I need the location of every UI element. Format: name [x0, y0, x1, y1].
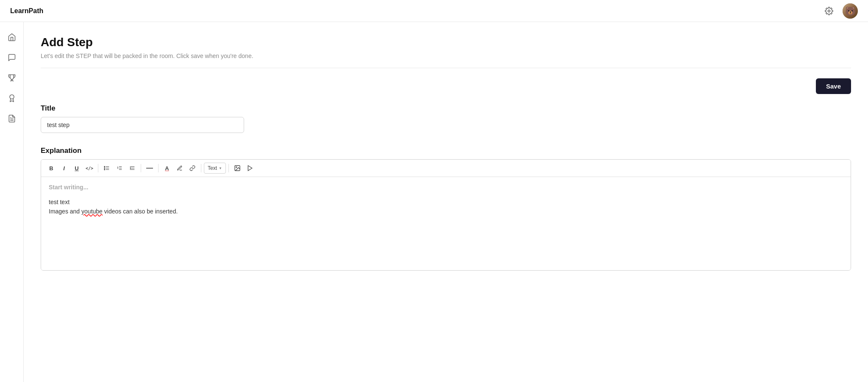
indent-icon: [129, 165, 135, 171]
bold-icon: B: [49, 165, 53, 172]
horizontal-rule-button[interactable]: —: [144, 162, 156, 174]
title-label: Title: [41, 104, 851, 113]
topnav: LearnPath: [0, 0, 868, 22]
settings-icon: [825, 7, 833, 15]
text-color-icon: A: [165, 165, 169, 172]
editor-content-line-2: Images and youtube videos can also be in…: [49, 207, 843, 216]
svg-point-18: [236, 167, 237, 168]
app-logo: LearnPath: [10, 7, 43, 15]
ordered-list-button[interactable]: [114, 162, 125, 174]
sidebar-item-home[interactable]: [3, 29, 20, 46]
editor-container: B I U </>: [41, 159, 851, 271]
editor-content-line2-suffix: videos can also be inserted.: [103, 208, 178, 215]
insert-image-button[interactable]: [231, 162, 243, 174]
page-subtitle: Let's edit the STEP that will be packed …: [41, 53, 851, 59]
highlight-icon: [177, 165, 183, 171]
toolbar-divider-5: [228, 164, 229, 172]
sidebar-item-chat[interactable]: [3, 49, 20, 66]
text-style-label: Text: [208, 165, 217, 171]
save-button[interactable]: Save: [816, 78, 851, 94]
ordered-list-icon: [117, 165, 122, 171]
link-icon: [189, 165, 195, 171]
svg-point-9: [104, 168, 105, 169]
main-content: Add Step Let's edit the STEP that will b…: [24, 22, 868, 382]
toolbar-divider-2: [141, 164, 141, 172]
code-icon: </>: [86, 166, 93, 171]
chat-icon: [8, 53, 16, 62]
trophy-icon: [8, 74, 16, 82]
code-button[interactable]: </>: [83, 162, 95, 174]
save-btn-container: Save: [41, 78, 851, 94]
editor-placeholder: Start writing...: [49, 184, 843, 191]
insert-image-icon: [234, 165, 241, 172]
toolbar-divider-3: [158, 164, 159, 172]
text-color-button[interactable]: A: [161, 162, 173, 174]
link-button[interactable]: [186, 162, 198, 174]
text-style-dropdown[interactable]: Text ▼: [204, 163, 226, 174]
svg-point-0: [828, 10, 830, 12]
page-header: Add Step Let's edit the STEP that will b…: [41, 36, 851, 68]
svg-marker-19: [248, 166, 252, 171]
topnav-right: [822, 3, 858, 19]
svg-point-2: [10, 95, 14, 99]
editor-content-line2-highlight: youtube: [81, 208, 103, 215]
svg-point-10: [104, 169, 105, 170]
underline-icon: U: [75, 165, 78, 172]
home-icon: [8, 33, 16, 42]
svg-point-8: [104, 166, 105, 167]
highlight-button[interactable]: [174, 162, 186, 174]
settings-icon-button[interactable]: [822, 4, 836, 18]
sidebar-item-document[interactable]: [3, 110, 20, 127]
title-section: Title: [41, 104, 851, 133]
page-title: Add Step: [41, 36, 851, 49]
indent-button[interactable]: [126, 162, 138, 174]
italic-button[interactable]: I: [58, 162, 70, 174]
italic-icon: I: [63, 165, 65, 172]
editor-content-line2-prefix: Images and: [49, 208, 81, 215]
toolbar-divider-1: [98, 164, 98, 172]
sidebar: [0, 22, 24, 382]
title-input[interactable]: [41, 117, 244, 133]
horizontal-rule-icon: —: [146, 164, 153, 172]
insert-video-button[interactable]: [244, 162, 256, 174]
editor-body[interactable]: Start writing... test text Images and yo…: [41, 177, 851, 270]
insert-video-icon: [247, 165, 253, 172]
explanation-label: Explanation: [41, 147, 851, 155]
bullet-list-button[interactable]: [101, 162, 113, 174]
sidebar-item-badge[interactable]: [3, 90, 20, 107]
bullet-list-icon: [104, 165, 110, 171]
content-area: Save Title Explanation B I: [41, 78, 851, 271]
explanation-section: Explanation B I U </: [41, 147, 851, 271]
avatar-image: [843, 3, 858, 19]
toolbar-divider-4: [201, 164, 201, 172]
underline-button[interactable]: U: [71, 162, 83, 174]
avatar[interactable]: [843, 3, 858, 19]
chevron-down-icon: ▼: [219, 166, 222, 170]
sidebar-item-trophy[interactable]: [3, 69, 20, 86]
document-icon: [8, 114, 16, 123]
editor-toolbar: B I U </>: [41, 160, 851, 177]
bold-button[interactable]: B: [45, 162, 57, 174]
layout: Add Step Let's edit the STEP that will b…: [0, 22, 868, 382]
badge-icon: [8, 94, 16, 102]
editor-content-line-1: test text: [49, 197, 843, 207]
